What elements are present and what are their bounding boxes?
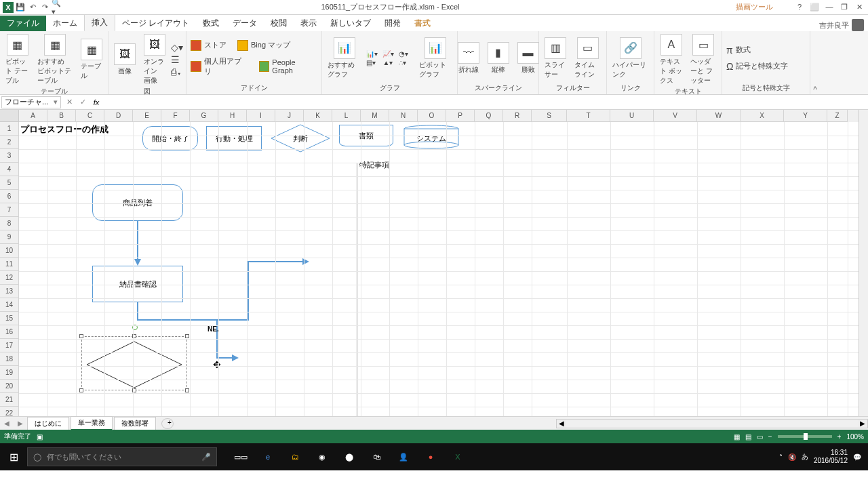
- app-icon-1[interactable]: ⬤: [339, 447, 359, 466]
- ime-indicator[interactable]: あ: [802, 452, 808, 462]
- cortana-search[interactable]: ◯ 何でも聞いてください 🎤: [27, 447, 217, 466]
- col-header-T[interactable]: T: [567, 110, 610, 122]
- sheet-tab-1[interactable]: はじめに: [27, 417, 69, 430]
- chart-pie-icon[interactable]: ◔▾: [399, 50, 414, 58]
- undo-icon[interactable]: ↶: [27, 2, 38, 13]
- bingmaps-button[interactable]: Bing マップ: [236, 39, 292, 52]
- app-icon-2[interactable]: 👤: [393, 447, 414, 466]
- view-normal-icon[interactable]: ▦: [734, 433, 740, 441]
- row-header-21[interactable]: 21: [0, 393, 19, 407]
- zoom-level[interactable]: 100%: [846, 433, 864, 441]
- sparkline-line-button[interactable]: 〰折れ線: [455, 41, 482, 76]
- tab-formulas[interactable]: 数式: [196, 16, 226, 31]
- minimize-icon[interactable]: —: [823, 3, 835, 12]
- select-all-corner[interactable]: [0, 110, 19, 122]
- shapes-icon[interactable]: ◇▾: [171, 42, 183, 53]
- symbol-button[interactable]: Ω記号と特殊文字: [725, 60, 789, 73]
- col-header-D[interactable]: D: [104, 110, 133, 122]
- row-header-11[interactable]: 11: [0, 258, 19, 271]
- row-header-13[interactable]: 13: [0, 285, 19, 298]
- recommended-pivot-button[interactable]: ▦おすすめ ピボットテーブル: [35, 33, 75, 87]
- chart-column-icon[interactable]: 📊▾: [366, 50, 381, 58]
- peoplegraph-button[interactable]: People Graph: [258, 55, 319, 78]
- col-header-L[interactable]: L: [332, 110, 361, 122]
- col-header-K[interactable]: K: [304, 110, 332, 122]
- sheet-nav-next[interactable]: ▶: [14, 420, 27, 427]
- col-header-J[interactable]: J: [275, 110, 304, 122]
- row-header-16[interactable]: 16: [0, 325, 19, 339]
- pivotchart-button[interactable]: 📊ピボットグラフ: [416, 36, 454, 81]
- myapps-button[interactable]: 個人用アプリ: [189, 55, 250, 78]
- view-pagebreak-icon[interactable]: ▭: [757, 433, 763, 441]
- chrome-icon[interactable]: ◉: [312, 447, 332, 466]
- enter-icon[interactable]: ✓: [76, 98, 90, 106]
- sparkline-column-button[interactable]: ▮縦棒: [485, 41, 512, 76]
- chart-area-icon[interactable]: ▲▾: [382, 59, 397, 66]
- col-header-Q[interactable]: Q: [475, 110, 503, 122]
- clock[interactable]: 16:31 2016/05/12: [814, 449, 848, 465]
- tab-format[interactable]: 書式: [408, 16, 437, 31]
- tab-view[interactable]: 表示: [294, 16, 323, 31]
- online-pictures-button[interactable]: 🖼オンライン 画像: [141, 33, 168, 87]
- col-header-H[interactable]: H: [218, 110, 247, 122]
- name-box[interactable]: フローチャ...▾: [1, 96, 61, 108]
- row-header-3[interactable]: 3: [0, 149, 19, 163]
- store-icon[interactable]: 🛍: [366, 447, 387, 466]
- zoom-in-icon[interactable]: +: [837, 433, 842, 441]
- col-header-I[interactable]: I: [247, 110, 275, 122]
- timeline-button[interactable]: ▭タイム ライン: [572, 36, 604, 81]
- add-sheet-button[interactable]: +: [161, 418, 174, 429]
- col-header-V[interactable]: V: [654, 110, 697, 122]
- row-header-6[interactable]: 6: [0, 190, 19, 203]
- close-icon[interactable]: ✕: [853, 3, 865, 12]
- col-header-W[interactable]: W: [697, 110, 741, 122]
- tab-insert[interactable]: 挿入: [84, 14, 115, 31]
- chart-bar-icon[interactable]: ▤▾: [366, 59, 381, 66]
- cancel-icon[interactable]: ✕: [62, 98, 76, 106]
- col-header-Z[interactable]: Z: [827, 110, 848, 122]
- row-header-4[interactable]: 4: [0, 163, 19, 176]
- col-header-U[interactable]: U: [610, 110, 654, 122]
- network-icon[interactable]: 🔇: [788, 453, 796, 461]
- col-header-N[interactable]: N: [389, 110, 418, 122]
- help-icon[interactable]: ?: [793, 3, 806, 12]
- chart-scatter-icon[interactable]: ∴▾: [399, 59, 414, 66]
- row-header-14[interactable]: 14: [0, 298, 19, 312]
- row-header-2[interactable]: 2: [0, 136, 19, 149]
- col-header-P[interactable]: P: [446, 110, 475, 122]
- save-icon[interactable]: 💾: [15, 2, 26, 13]
- tab-developer[interactable]: 開発: [378, 16, 408, 31]
- tab-newtab[interactable]: 新しいタブ: [323, 16, 378, 31]
- col-header-M[interactable]: M: [361, 110, 389, 122]
- row-header-20[interactable]: 20: [0, 380, 19, 393]
- col-header-G[interactable]: G: [190, 110, 218, 122]
- col-header-X[interactable]: X: [741, 110, 784, 122]
- col-header-B[interactable]: B: [47, 110, 76, 122]
- account-user[interactable]: 吉井良平: [819, 19, 868, 31]
- col-header-F[interactable]: F: [161, 110, 190, 122]
- tab-pagelayout[interactable]: ページ レイアウト: [115, 16, 196, 31]
- view-pagelayout-icon[interactable]: ▤: [745, 433, 751, 441]
- maximize-icon[interactable]: ❐: [838, 3, 850, 12]
- smartart-icon[interactable]: ☰: [171, 54, 183, 65]
- pivottable-button[interactable]: ▦ピボット テーブル: [3, 33, 32, 87]
- col-header-E[interactable]: E: [133, 110, 161, 122]
- slicer-button[interactable]: ▥スライサー: [542, 36, 569, 81]
- col-header-R[interactable]: R: [503, 110, 532, 122]
- headerfooter-button[interactable]: ▭ヘッダーと フッター: [688, 33, 719, 87]
- sheet-nav-prev[interactable]: ◀: [0, 420, 14, 427]
- start-button[interactable]: ⊞: [0, 451, 27, 464]
- row-header-5[interactable]: 5: [0, 176, 19, 190]
- zoom-out-icon[interactable]: −: [768, 433, 772, 441]
- textbox-button[interactable]: Aテキスト ボックス: [657, 33, 685, 87]
- explorer-icon[interactable]: 🗂: [285, 447, 305, 466]
- row-header-12[interactable]: 12: [0, 271, 19, 285]
- col-header-A[interactable]: A: [19, 110, 47, 122]
- row-header-15[interactable]: 15: [0, 312, 19, 325]
- table-button[interactable]: ▦テーブル: [78, 37, 105, 82]
- tab-data[interactable]: データ: [226, 16, 264, 31]
- row-header-18[interactable]: 18: [0, 352, 19, 366]
- worksheet-grid[interactable]: ABCDEFGHIJKLMNOPQRSTUVWXYZ 1234567891011…: [0, 110, 868, 416]
- horizontal-scrollbar[interactable]: ◀▶: [556, 419, 868, 428]
- legend-database[interactable]: システム: [403, 125, 460, 149]
